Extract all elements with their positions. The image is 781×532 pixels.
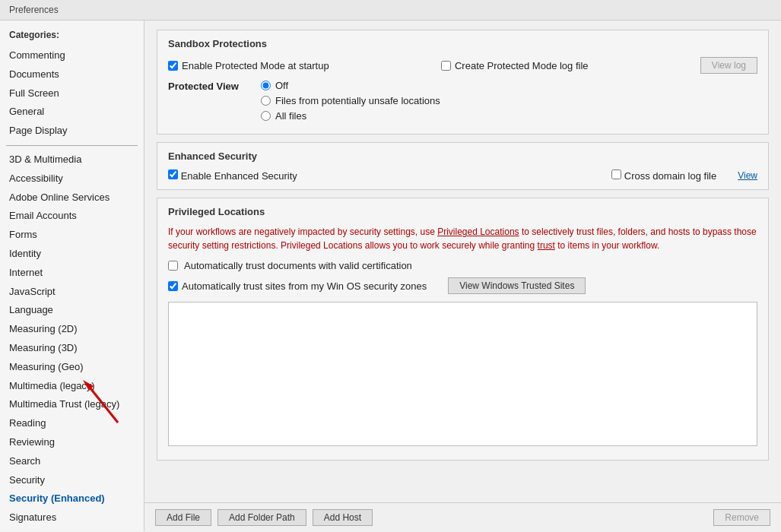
sidebar-item-accessibility[interactable]: Accessibility xyxy=(0,169,144,188)
trust-sites-label[interactable]: Automatically trust sites from my Win OS… xyxy=(168,280,427,292)
add-folder-button[interactable]: Add Folder Path xyxy=(217,509,306,526)
enhanced-security-row: Enable Enhanced Security Cross domain lo… xyxy=(168,169,757,182)
sidebar-item-forms[interactable]: Forms xyxy=(0,226,144,245)
privileged-title: Privileged Locations xyxy=(168,206,757,217)
title-bar: Preferences xyxy=(0,0,781,21)
pv-off-row: Off xyxy=(261,80,440,91)
enhanced-security-title: Enhanced Security xyxy=(168,150,757,162)
view-log-button[interactable]: View log xyxy=(700,57,757,74)
remove-button[interactable]: Remove xyxy=(713,509,770,526)
pv-unsafe-row: Files from potentially unsafe locations xyxy=(261,95,440,106)
sidebar-item-spelling[interactable]: Spelling xyxy=(0,527,144,531)
sidebar-item-reading[interactable]: Reading xyxy=(0,414,144,433)
protected-view-label: Protected View xyxy=(168,80,252,92)
enable-protected-mode-label[interactable]: Enable Protected Mode at startup xyxy=(168,60,329,71)
sidebar-item-measuring-geo[interactable]: Measuring (Geo) xyxy=(0,358,144,377)
pv-all-label: All files xyxy=(275,110,306,122)
sidebar-item-internet[interactable]: Internet xyxy=(0,264,144,283)
trusted-locations-textarea xyxy=(168,302,757,446)
sidebar-item-multimedia-trust[interactable]: Multimedia Trust (legacy) xyxy=(0,395,144,414)
cross-domain-checkbox[interactable] xyxy=(611,169,621,179)
sidebar-item-page-display[interactable]: Page Display xyxy=(0,122,144,141)
add-host-button[interactable]: Add Host xyxy=(313,509,373,526)
enable-enhanced-label[interactable]: Enable Enhanced Security xyxy=(168,169,297,182)
trust-cert-label: Automatically trust documents with valid… xyxy=(184,260,412,271)
sidebar-item-multimedia-legacy[interactable]: Multimedia (legacy) xyxy=(0,377,144,396)
trust-sites-text: Automatically trust sites from my Win OS… xyxy=(182,280,427,292)
sidebar-item-signatures[interactable]: Signatures xyxy=(0,508,144,527)
privileged-section: Privileged Locations If your workflows a… xyxy=(157,198,769,461)
enable-protected-mode-checkbox[interactable] xyxy=(168,61,178,71)
trust-cert-row: Automatically trust documents with valid… xyxy=(168,260,757,271)
privileged-desc: If your workflows are negatively impacte… xyxy=(168,225,757,252)
sidebar-top-group: CommentingDocumentsFull ScreenGeneralPag… xyxy=(0,46,144,141)
pv-all-radio[interactable] xyxy=(261,111,271,121)
enable-enhanced-text: Enable Enhanced Security xyxy=(181,170,297,182)
pv-unsafe-radio[interactable] xyxy=(261,96,271,106)
title-bar-label: Preferences xyxy=(9,5,59,15)
sidebar-divider xyxy=(6,145,138,146)
trust-cert-checkbox[interactable] xyxy=(168,261,178,271)
pv-all-row: All files xyxy=(261,110,440,122)
sandbox-title: Sandbox Protections xyxy=(168,38,757,49)
bottom-buttons-bar: Add File Add Folder Path Add Host Remove xyxy=(144,502,781,532)
sidebar-item-documents[interactable]: Documents xyxy=(0,65,144,84)
sandbox-row1: Enable Protected Mode at startup Create … xyxy=(168,57,757,74)
enable-protected-mode-text: Enable Protected Mode at startup xyxy=(182,60,329,71)
sidebar-item-3d-multimedia[interactable]: 3D & Multimedia xyxy=(0,150,144,169)
trust-sites-checkbox[interactable] xyxy=(168,281,178,291)
view-link[interactable]: View xyxy=(738,170,757,181)
pv-off-radio[interactable] xyxy=(261,81,271,90)
protected-view-options: Off Files from potentially unsafe locati… xyxy=(261,80,440,122)
trusted-sites-row: Automatically trust sites from my Win OS… xyxy=(168,277,757,294)
create-log-checkbox[interactable] xyxy=(441,61,451,71)
cross-domain-text: Cross domain log file xyxy=(624,170,716,182)
sidebar-item-security-enhanced[interactable]: Security (Enhanced) xyxy=(0,489,144,508)
sidebar-item-measuring-3d[interactable]: Measuring (3D) xyxy=(0,339,144,358)
sidebar-item-general[interactable]: General xyxy=(0,103,144,122)
sidebar-item-commenting[interactable]: Commenting xyxy=(0,46,144,65)
main-layout: Categories: CommentingDocumentsFull Scre… xyxy=(0,21,781,531)
view-windows-trusted-sites-button[interactable]: View Windows Trusted Sites xyxy=(448,277,586,294)
sandbox-section: Sandbox Protections Enable Protected Mod… xyxy=(157,30,769,135)
protected-view-row: Protected View Off Files from potentiall… xyxy=(168,80,757,122)
sidebar-item-full-screen[interactable]: Full Screen xyxy=(0,84,144,103)
content-area: Sandbox Protections Enable Protected Mod… xyxy=(144,21,781,531)
sidebar-item-security[interactable]: Security xyxy=(0,471,144,490)
sidebar-item-search[interactable]: Search xyxy=(0,452,144,471)
sidebar-item-identity[interactable]: Identity xyxy=(0,245,144,264)
sidebar-item-adobe-online[interactable]: Adobe Online Services xyxy=(0,188,144,207)
pv-unsafe-label: Files from potentially unsafe locations xyxy=(275,95,440,106)
enable-enhanced-checkbox[interactable] xyxy=(168,169,178,179)
sidebar-item-language[interactable]: Language xyxy=(0,301,144,320)
cross-domain-label[interactable]: Cross domain log file xyxy=(611,169,716,182)
pv-off-label: Off xyxy=(275,80,288,91)
add-file-button[interactable]: Add File xyxy=(155,509,211,526)
create-log-text: Create Protected Mode log file xyxy=(455,60,589,71)
create-log-label[interactable]: Create Protected Mode log file xyxy=(441,60,589,71)
sidebar-item-email-accounts[interactable]: Email Accounts xyxy=(0,207,144,226)
sidebar-item-reviewing[interactable]: Reviewing xyxy=(0,433,144,452)
enhanced-security-section: Enhanced Security Enable Enhanced Securi… xyxy=(157,142,769,190)
sidebar: Categories: CommentingDocumentsFull Scre… xyxy=(0,21,144,531)
sidebar-item-measuring-2d[interactable]: Measuring (2D) xyxy=(0,320,144,339)
sidebar-item-javascript[interactable]: JavaScript xyxy=(0,283,144,302)
sidebar-title: Categories: xyxy=(0,27,144,46)
sidebar-bottom-group: 3D & MultimediaAccessibilityAdobe Online… xyxy=(0,150,144,531)
